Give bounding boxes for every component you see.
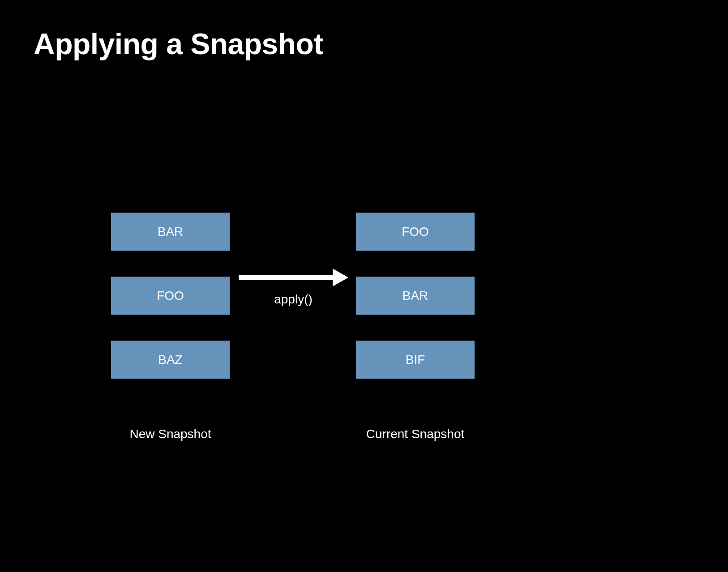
new-snapshot-item: BAZ xyxy=(111,341,230,379)
current-snapshot-label: Current Snapshot xyxy=(366,427,464,441)
current-snapshot-item: FOO xyxy=(356,213,475,251)
new-snapshot-item: FOO xyxy=(111,277,230,315)
new-snapshot-item: BAR xyxy=(111,213,230,251)
slide-title: Applying a Snapshot xyxy=(34,27,323,61)
current-snapshot-item: BAR xyxy=(356,277,475,315)
current-snapshot-column: FOO BAR BIF Current Snapshot xyxy=(356,213,475,441)
new-snapshot-label: New Snapshot xyxy=(129,427,211,441)
apply-arrow-label: apply() xyxy=(274,292,313,307)
arrow-right-icon xyxy=(239,266,348,289)
current-snapshot-item: BIF xyxy=(356,341,475,379)
svg-marker-1 xyxy=(333,269,348,286)
new-snapshot-column: BAR FOO BAZ New Snapshot xyxy=(111,213,230,441)
apply-arrow-section: apply() xyxy=(235,266,351,307)
